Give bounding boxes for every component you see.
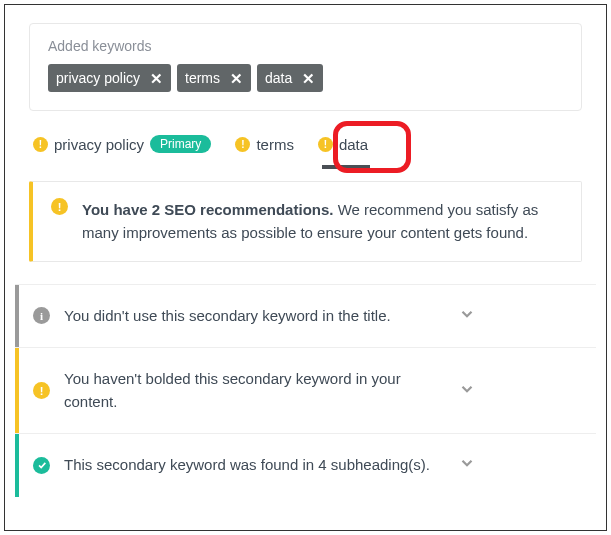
chip-label: data	[265, 70, 292, 86]
status-bar	[15, 348, 19, 433]
warning-icon: !	[33, 137, 48, 152]
keyword-chips: privacy policy ✕ terms ✕ data ✕	[48, 64, 563, 92]
close-icon[interactable]: ✕	[230, 71, 243, 86]
tab-label: terms	[256, 136, 294, 153]
seo-item-text: This secondary keyword was found in 4 su…	[64, 454, 444, 477]
seo-item[interactable]: i You didn't use this secondary keyword …	[15, 284, 596, 348]
seo-recommendation-banner: ! You have 2 SEO recommendations. We rec…	[29, 181, 582, 262]
seo-item-text: You didn't use this secondary keyword in…	[64, 305, 444, 328]
keyword-chip[interactable]: privacy policy ✕	[48, 64, 171, 92]
tab-data[interactable]: ! data	[314, 130, 372, 159]
tab-terms[interactable]: ! terms	[231, 130, 298, 159]
primary-badge: Primary	[150, 135, 211, 153]
info-icon: i	[33, 307, 50, 324]
close-icon[interactable]: ✕	[150, 71, 163, 86]
keyword-tabs: ! privacy policy Primary ! terms ! data	[29, 129, 582, 159]
status-bar	[15, 434, 19, 497]
warning-icon: !	[51, 198, 68, 215]
tab-label: data	[339, 136, 368, 153]
chip-label: privacy policy	[56, 70, 140, 86]
keyword-chip[interactable]: data ✕	[257, 64, 323, 92]
added-keywords-card: Added keywords privacy policy ✕ terms ✕ …	[29, 23, 582, 111]
warning-icon: !	[235, 137, 250, 152]
chevron-down-icon[interactable]	[458, 454, 476, 476]
close-icon[interactable]: ✕	[302, 71, 315, 86]
tab-label: privacy policy	[54, 136, 144, 153]
seo-item-text: You haven't bolded this secondary keywor…	[64, 368, 444, 413]
warning-icon: !	[318, 137, 333, 152]
warning-icon: !	[33, 382, 50, 399]
keyword-chip[interactable]: terms ✕	[177, 64, 251, 92]
chevron-down-icon[interactable]	[458, 380, 476, 402]
tab-privacy-policy[interactable]: ! privacy policy Primary	[29, 129, 215, 159]
seo-item[interactable]: This secondary keyword was found in 4 su…	[15, 433, 596, 497]
chip-label: terms	[185, 70, 220, 86]
recommendation-text: You have 2 SEO recommendations. We recom…	[82, 198, 563, 245]
check-icon	[33, 457, 50, 474]
status-bar	[15, 285, 19, 348]
chevron-down-icon[interactable]	[458, 305, 476, 327]
seo-item[interactable]: ! You haven't bolded this secondary keyw…	[15, 347, 596, 433]
added-keywords-label: Added keywords	[48, 38, 563, 54]
